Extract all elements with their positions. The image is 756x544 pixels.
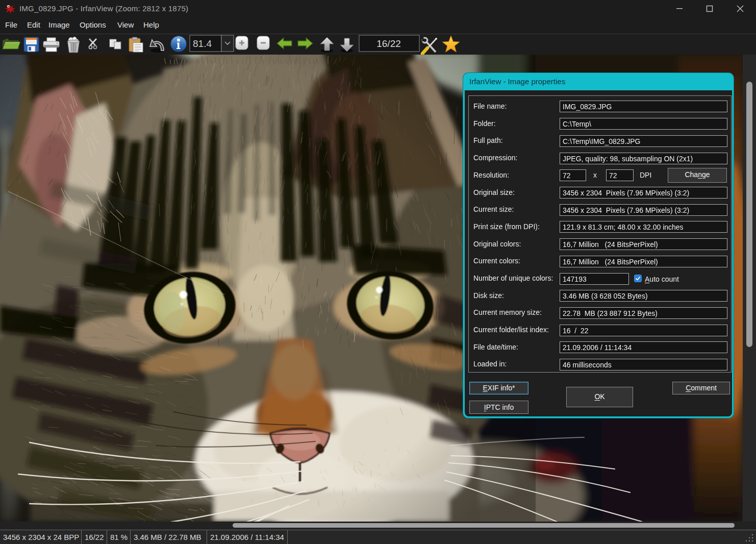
svg-text:16/22: 16/22 [376, 38, 401, 49]
svg-text:81.4: 81.4 [193, 38, 212, 49]
